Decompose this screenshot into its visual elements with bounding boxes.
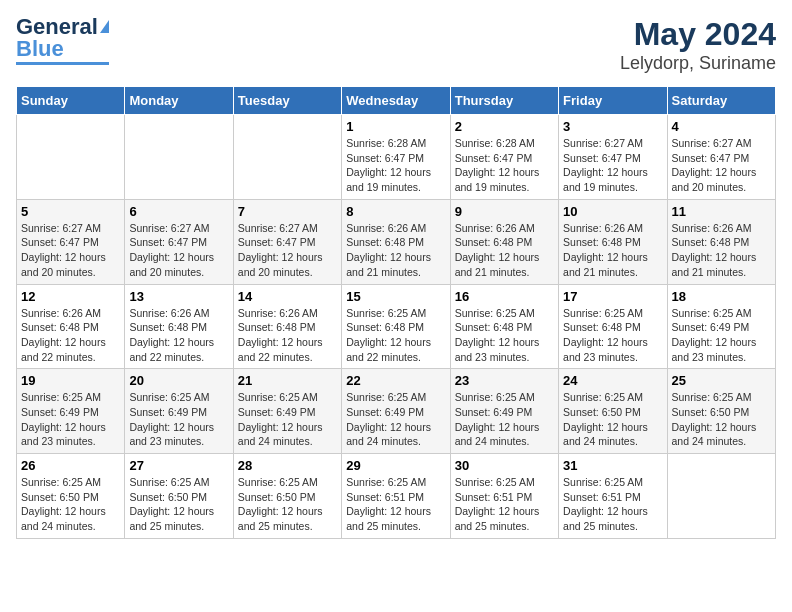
day-number: 23 (455, 373, 554, 388)
calendar-cell: 18 Sunrise: 6:25 AMSunset: 6:49 PMDaylig… (667, 284, 775, 369)
day-number: 24 (563, 373, 662, 388)
calendar-cell: 4 Sunrise: 6:27 AMSunset: 6:47 PMDayligh… (667, 115, 775, 200)
day-info: Sunrise: 6:27 AMSunset: 6:47 PMDaylight:… (129, 221, 228, 280)
calendar-cell: 12 Sunrise: 6:26 AMSunset: 6:48 PMDaylig… (17, 284, 125, 369)
calendar-cell: 3 Sunrise: 6:27 AMSunset: 6:47 PMDayligh… (559, 115, 667, 200)
day-number: 19 (21, 373, 120, 388)
day-info: Sunrise: 6:26 AMSunset: 6:48 PMDaylight:… (455, 221, 554, 280)
calendar-cell: 14 Sunrise: 6:26 AMSunset: 6:48 PMDaylig… (233, 284, 341, 369)
day-number: 9 (455, 204, 554, 219)
day-number: 8 (346, 204, 445, 219)
page-header: General Blue May 2024 Lelydorp, Suriname (16, 16, 776, 74)
calendar-cell: 26 Sunrise: 6:25 AMSunset: 6:50 PMDaylig… (17, 454, 125, 539)
calendar-cell: 24 Sunrise: 6:25 AMSunset: 6:50 PMDaylig… (559, 369, 667, 454)
calendar-week-row: 12 Sunrise: 6:26 AMSunset: 6:48 PMDaylig… (17, 284, 776, 369)
calendar-cell: 8 Sunrise: 6:26 AMSunset: 6:48 PMDayligh… (342, 199, 450, 284)
day-number: 27 (129, 458, 228, 473)
col-header-monday: Monday (125, 87, 233, 115)
day-info: Sunrise: 6:27 AMSunset: 6:47 PMDaylight:… (672, 136, 771, 195)
calendar-cell: 21 Sunrise: 6:25 AMSunset: 6:49 PMDaylig… (233, 369, 341, 454)
calendar-cell: 10 Sunrise: 6:26 AMSunset: 6:48 PMDaylig… (559, 199, 667, 284)
day-info: Sunrise: 6:25 AMSunset: 6:49 PMDaylight:… (238, 390, 337, 449)
day-number: 22 (346, 373, 445, 388)
day-number: 1 (346, 119, 445, 134)
day-number: 15 (346, 289, 445, 304)
calendar-cell (233, 115, 341, 200)
day-number: 5 (21, 204, 120, 219)
calendar-cell: 31 Sunrise: 6:25 AMSunset: 6:51 PMDaylig… (559, 454, 667, 539)
day-number: 16 (455, 289, 554, 304)
day-number: 12 (21, 289, 120, 304)
day-number: 2 (455, 119, 554, 134)
calendar-cell: 11 Sunrise: 6:26 AMSunset: 6:48 PMDaylig… (667, 199, 775, 284)
day-number: 6 (129, 204, 228, 219)
calendar-cell: 19 Sunrise: 6:25 AMSunset: 6:49 PMDaylig… (17, 369, 125, 454)
calendar-week-row: 5 Sunrise: 6:27 AMSunset: 6:47 PMDayligh… (17, 199, 776, 284)
col-header-wednesday: Wednesday (342, 87, 450, 115)
logo-blue: Blue (16, 38, 64, 60)
month-title: May 2024 (620, 16, 776, 53)
calendar-cell (125, 115, 233, 200)
calendar-cell: 6 Sunrise: 6:27 AMSunset: 6:47 PMDayligh… (125, 199, 233, 284)
day-info: Sunrise: 6:25 AMSunset: 6:49 PMDaylight:… (672, 306, 771, 365)
day-info: Sunrise: 6:25 AMSunset: 6:49 PMDaylight:… (129, 390, 228, 449)
day-number: 30 (455, 458, 554, 473)
calendar-cell: 20 Sunrise: 6:25 AMSunset: 6:49 PMDaylig… (125, 369, 233, 454)
col-header-friday: Friday (559, 87, 667, 115)
day-info: Sunrise: 6:25 AMSunset: 6:49 PMDaylight:… (346, 390, 445, 449)
day-number: 29 (346, 458, 445, 473)
calendar-header-row: SundayMondayTuesdayWednesdayThursdayFrid… (17, 87, 776, 115)
col-header-sunday: Sunday (17, 87, 125, 115)
day-info: Sunrise: 6:25 AMSunset: 6:50 PMDaylight:… (129, 475, 228, 534)
day-number: 20 (129, 373, 228, 388)
calendar-cell: 15 Sunrise: 6:25 AMSunset: 6:48 PMDaylig… (342, 284, 450, 369)
location-title: Lelydorp, Suriname (620, 53, 776, 74)
day-info: Sunrise: 6:26 AMSunset: 6:48 PMDaylight:… (129, 306, 228, 365)
calendar-cell: 1 Sunrise: 6:28 AMSunset: 6:47 PMDayligh… (342, 115, 450, 200)
logo-triangle-icon (100, 20, 109, 33)
calendar-cell: 2 Sunrise: 6:28 AMSunset: 6:47 PMDayligh… (450, 115, 558, 200)
day-number: 13 (129, 289, 228, 304)
day-info: Sunrise: 6:26 AMSunset: 6:48 PMDaylight:… (672, 221, 771, 280)
day-info: Sunrise: 6:28 AMSunset: 6:47 PMDaylight:… (346, 136, 445, 195)
calendar-cell: 17 Sunrise: 6:25 AMSunset: 6:48 PMDaylig… (559, 284, 667, 369)
calendar-cell: 5 Sunrise: 6:27 AMSunset: 6:47 PMDayligh… (17, 199, 125, 284)
calendar-week-row: 1 Sunrise: 6:28 AMSunset: 6:47 PMDayligh… (17, 115, 776, 200)
day-number: 11 (672, 204, 771, 219)
day-info: Sunrise: 6:25 AMSunset: 6:51 PMDaylight:… (455, 475, 554, 534)
day-info: Sunrise: 6:25 AMSunset: 6:51 PMDaylight:… (346, 475, 445, 534)
day-number: 31 (563, 458, 662, 473)
day-info: Sunrise: 6:27 AMSunset: 6:47 PMDaylight:… (238, 221, 337, 280)
calendar-cell: 27 Sunrise: 6:25 AMSunset: 6:50 PMDaylig… (125, 454, 233, 539)
day-info: Sunrise: 6:26 AMSunset: 6:48 PMDaylight:… (21, 306, 120, 365)
calendar-week-row: 26 Sunrise: 6:25 AMSunset: 6:50 PMDaylig… (17, 454, 776, 539)
day-info: Sunrise: 6:28 AMSunset: 6:47 PMDaylight:… (455, 136, 554, 195)
day-info: Sunrise: 6:25 AMSunset: 6:48 PMDaylight:… (346, 306, 445, 365)
day-info: Sunrise: 6:25 AMSunset: 6:50 PMDaylight:… (21, 475, 120, 534)
day-number: 26 (21, 458, 120, 473)
day-number: 18 (672, 289, 771, 304)
day-info: Sunrise: 6:25 AMSunset: 6:49 PMDaylight:… (21, 390, 120, 449)
calendar-cell: 13 Sunrise: 6:26 AMSunset: 6:48 PMDaylig… (125, 284, 233, 369)
day-number: 10 (563, 204, 662, 219)
day-number: 4 (672, 119, 771, 134)
calendar-cell: 22 Sunrise: 6:25 AMSunset: 6:49 PMDaylig… (342, 369, 450, 454)
calendar-cell: 9 Sunrise: 6:26 AMSunset: 6:48 PMDayligh… (450, 199, 558, 284)
logo-general: General (16, 16, 98, 38)
day-info: Sunrise: 6:27 AMSunset: 6:47 PMDaylight:… (21, 221, 120, 280)
logo: General Blue (16, 16, 109, 65)
day-number: 14 (238, 289, 337, 304)
day-info: Sunrise: 6:26 AMSunset: 6:48 PMDaylight:… (563, 221, 662, 280)
title-block: May 2024 Lelydorp, Suriname (620, 16, 776, 74)
calendar-cell: 28 Sunrise: 6:25 AMSunset: 6:50 PMDaylig… (233, 454, 341, 539)
col-header-tuesday: Tuesday (233, 87, 341, 115)
calendar-cell: 23 Sunrise: 6:25 AMSunset: 6:49 PMDaylig… (450, 369, 558, 454)
calendar-week-row: 19 Sunrise: 6:25 AMSunset: 6:49 PMDaylig… (17, 369, 776, 454)
day-info: Sunrise: 6:25 AMSunset: 6:50 PMDaylight:… (238, 475, 337, 534)
col-header-thursday: Thursday (450, 87, 558, 115)
calendar-cell: 7 Sunrise: 6:27 AMSunset: 6:47 PMDayligh… (233, 199, 341, 284)
day-info: Sunrise: 6:25 AMSunset: 6:50 PMDaylight:… (672, 390, 771, 449)
day-info: Sunrise: 6:25 AMSunset: 6:51 PMDaylight:… (563, 475, 662, 534)
logo-underline (16, 62, 109, 65)
calendar-cell (17, 115, 125, 200)
